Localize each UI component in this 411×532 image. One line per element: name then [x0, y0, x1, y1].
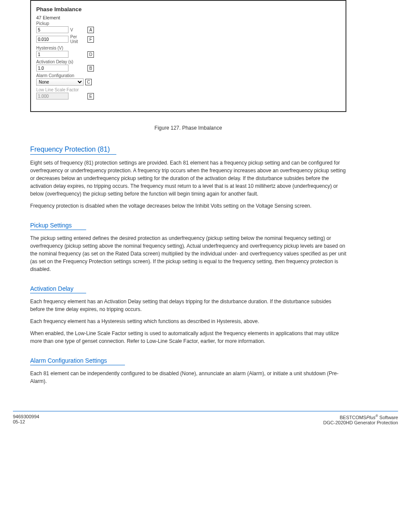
- page-footer: 9469300994 05-12 BESTCOMSPlus® Software …: [13, 411, 398, 425]
- low-line-group: Low Line Scale Factor E: [36, 87, 103, 100]
- pickup-label: Pickup: [36, 21, 103, 26]
- activation-delay-group: Activation Delay (s) B: [36, 59, 103, 72]
- phase-imbalance-panel: Phase Imbalance 47 Element Pickup V A Pe…: [30, 0, 346, 112]
- pickup-v-input[interactable]: [36, 26, 68, 33]
- alarm-config-select[interactable]: None: [36, 78, 84, 86]
- pickup-para-1: The pickup setting entered defines the d…: [30, 234, 346, 273]
- footer-doc-number: 9469300994: [13, 414, 39, 419]
- footer-right: BESTCOMSPlus® Software DGC-2020HD Genera…: [323, 414, 398, 425]
- actdelay-para-3: When enabled, the Low-Line Scale Factor …: [30, 330, 346, 345]
- activation-delay-input[interactable]: [36, 65, 68, 72]
- pickup-pu-unit: Per Unit: [70, 34, 86, 44]
- footer-left: 9469300994 05-12: [13, 414, 39, 425]
- heading-activation-delay: Activation Delay: [30, 285, 86, 293]
- footer-date: 05-12: [13, 419, 39, 424]
- pickup-pu-input[interactable]: [36, 36, 68, 43]
- fieldset-label: 47 Element: [36, 15, 103, 20]
- callout-letter-c: C: [85, 79, 92, 85]
- hysteresis-input[interactable]: [36, 51, 68, 58]
- registered-mark: ®: [376, 414, 378, 418]
- heading-alarm-config: Alarm Configuration Settings: [30, 357, 125, 365]
- alarm-para-1: Each 81 element can be independently con…: [30, 370, 346, 385]
- alarm-config-label: Alarm Configuration: [36, 73, 103, 78]
- footer-title: DGC-2020HD Generator Protection: [323, 420, 398, 425]
- hysteresis-label: Hysteresis (V): [36, 46, 103, 50]
- activation-delay-label: Activation Delay (s): [36, 59, 103, 64]
- callout-letter-a: A: [87, 27, 94, 33]
- freq-para-2: Frequency protection is disabled when th…: [30, 202, 346, 210]
- pickup-group: Pickup V A Per Unit F: [36, 21, 103, 44]
- callout-letter-d: D: [87, 51, 94, 58]
- heading-pickup-settings: Pickup Settings: [30, 222, 86, 230]
- alarm-config-group: Alarm Configuration None C: [36, 73, 103, 86]
- callout-letter-e: E: [87, 93, 94, 100]
- actdelay-para-1: Each frequency element has an Activation…: [30, 298, 346, 313]
- pickup-v-unit: V: [70, 28, 86, 32]
- heading-frequency-protection: Frequency Protection (81): [30, 146, 116, 155]
- fieldset-47-element: 47 Element Pickup V A Per Unit F Hystere…: [36, 15, 103, 100]
- low-line-input: [36, 93, 68, 100]
- panel-title: Phase Imbalance: [36, 6, 340, 12]
- footer-product: Software: [380, 415, 398, 420]
- callout-letter-b: B: [87, 65, 94, 72]
- low-line-label: Low Line Scale Factor: [36, 87, 103, 92]
- hysteresis-group: Hysteresis (V) D: [36, 46, 103, 58]
- callout-letter-f: F: [87, 36, 94, 43]
- freq-para-1: Eight sets of frequency (81) protection …: [30, 159, 346, 198]
- figure-caption: Figure 127. Phase Imbalance: [30, 125, 346, 131]
- actdelay-para-2: Each frequency element has a Hysteresis …: [30, 317, 346, 325]
